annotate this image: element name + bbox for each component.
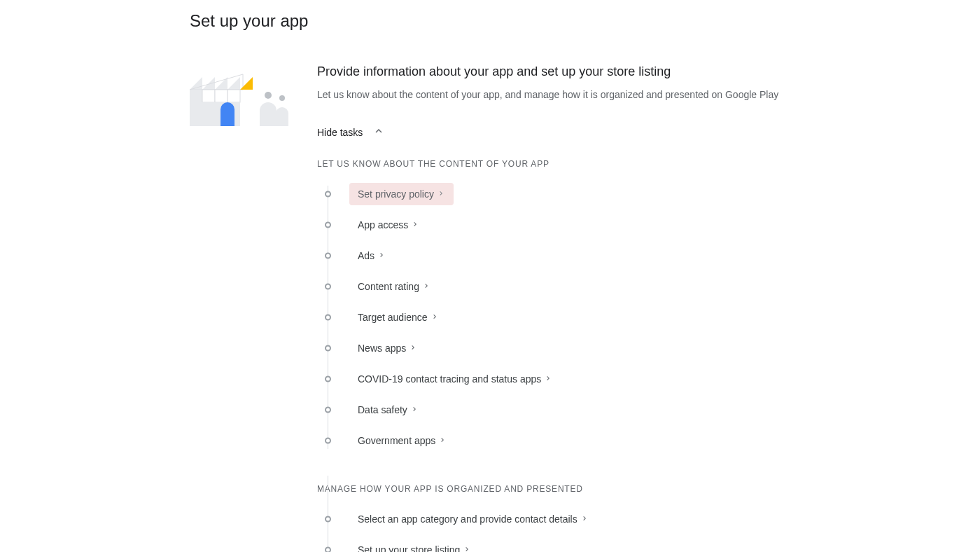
task-label: Select an app category and provide conta… bbox=[358, 513, 578, 525]
task-status-bullet bbox=[325, 547, 331, 553]
chevron-right-icon bbox=[411, 219, 419, 230]
task-status-bullet bbox=[325, 253, 331, 259]
chevron-right-icon bbox=[409, 343, 417, 354]
page-title: Set up your app bbox=[190, 11, 980, 31]
task-status-bullet bbox=[325, 438, 331, 444]
task-item: Government apps bbox=[328, 425, 980, 456]
task-item: Select an app category and provide conta… bbox=[328, 504, 980, 534]
svg-rect-6 bbox=[190, 90, 202, 102]
task-label: Target audience bbox=[358, 312, 428, 323]
section-title: Provide information about your app and s… bbox=[317, 64, 980, 79]
task-label: Content rating bbox=[358, 281, 419, 292]
task-item: Set privacy policy bbox=[328, 179, 980, 209]
chevron-right-icon bbox=[430, 312, 439, 323]
chevron-right-icon bbox=[437, 188, 445, 200]
task-status-bullet bbox=[325, 407, 331, 413]
chevron-right-icon bbox=[377, 250, 386, 261]
task-link[interactable]: News apps bbox=[349, 337, 426, 359]
svg-rect-8 bbox=[215, 90, 227, 102]
svg-rect-7 bbox=[202, 90, 215, 102]
task-label: News apps bbox=[358, 343, 406, 354]
task-label: Ads bbox=[358, 250, 374, 261]
task-link[interactable]: Content rating bbox=[349, 275, 439, 298]
task-link[interactable]: Set privacy policy bbox=[349, 183, 454, 205]
svg-rect-9 bbox=[227, 90, 240, 102]
svg-point-12 bbox=[279, 95, 285, 101]
svg-marker-1 bbox=[202, 77, 215, 90]
task-item: COVID-19 contact tracing and status apps bbox=[328, 364, 980, 394]
svg-marker-3 bbox=[227, 77, 240, 90]
task-list: Set privacy policyApp accessAdsContent r… bbox=[317, 179, 980, 456]
task-status-bullet bbox=[325, 345, 331, 352]
task-item: Target audience bbox=[328, 302, 980, 333]
task-link[interactable]: Select an app category and provide conta… bbox=[349, 508, 597, 530]
section-description: Let us know about the content of your ap… bbox=[317, 88, 980, 102]
setup-illustration bbox=[190, 64, 295, 126]
task-link[interactable]: Data safety bbox=[349, 399, 427, 421]
svg-marker-5 bbox=[240, 77, 253, 90]
svg-point-11 bbox=[265, 92, 272, 99]
chevron-right-icon bbox=[544, 373, 552, 385]
task-status-bullet bbox=[325, 191, 331, 198]
task-link[interactable]: App access bbox=[349, 214, 428, 236]
task-label: COVID-19 contact tracing and status apps bbox=[358, 373, 541, 385]
chevron-right-icon bbox=[463, 544, 471, 552]
task-link[interactable]: Government apps bbox=[349, 429, 455, 452]
task-item: Data safety bbox=[328, 394, 980, 425]
chevron-right-icon bbox=[580, 513, 589, 525]
task-link[interactable]: Set up your store listing bbox=[349, 539, 479, 552]
task-link[interactable]: COVID-19 contact tracing and status apps bbox=[349, 368, 561, 390]
hide-tasks-toggle[interactable]: Hide tasks bbox=[317, 125, 385, 139]
task-status-bullet bbox=[325, 516, 331, 523]
hide-tasks-label: Hide tasks bbox=[317, 127, 363, 138]
task-item: Set up your store listing bbox=[328, 534, 980, 552]
chevron-right-icon bbox=[422, 281, 430, 292]
task-label: Data safety bbox=[358, 404, 407, 415]
task-status-bullet bbox=[325, 222, 331, 228]
chevron-right-icon bbox=[438, 435, 447, 446]
task-status-bullet bbox=[325, 376, 331, 382]
task-label: Set privacy policy bbox=[358, 188, 434, 200]
task-item: Ads bbox=[328, 240, 980, 271]
task-label: Set up your store listing bbox=[358, 544, 460, 552]
task-label: Government apps bbox=[358, 435, 435, 446]
task-status-bullet bbox=[325, 315, 331, 321]
task-link[interactable]: Target audience bbox=[349, 306, 447, 329]
task-status-bullet bbox=[325, 284, 331, 290]
task-group-header: MANAGE HOW YOUR APP IS ORGANIZED AND PRE… bbox=[317, 484, 980, 494]
chevron-right-icon bbox=[410, 404, 419, 415]
task-item: Content rating bbox=[328, 271, 980, 302]
task-link[interactable]: Ads bbox=[349, 244, 394, 267]
task-list: Select an app category and provide conta… bbox=[317, 504, 980, 552]
task-item: App access bbox=[328, 209, 980, 240]
task-label: App access bbox=[358, 219, 408, 230]
task-group-header: LET US KNOW ABOUT THE CONTENT OF YOUR AP… bbox=[317, 159, 980, 169]
task-item: News apps bbox=[328, 333, 980, 364]
chevron-up-icon bbox=[372, 125, 385, 139]
